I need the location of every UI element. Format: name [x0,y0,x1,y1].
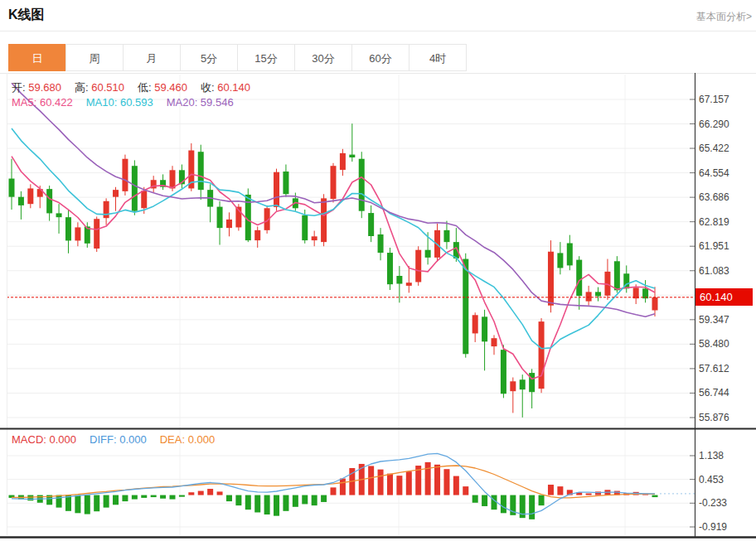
macd-axis-tick: 0.453 [699,474,724,485]
price-axis-tick: 55.876 [699,412,729,423]
tab-30min[interactable]: 30分 [294,44,352,71]
macd-axis-tick: 1.138 [699,450,724,461]
tab-4hour[interactable]: 4时 [409,44,467,71]
macd-axis-tick: -0.233 [699,497,727,509]
tab-60min[interactable]: 60分 [351,44,410,71]
tab-5min[interactable]: 5分 [180,44,238,71]
price-axis-tick: 62.819 [699,216,729,228]
price-axis-tick: 61.951 [699,240,729,252]
macd-axis-tick: -0.919 [699,521,727,533]
price-axis-tick: 63.686 [699,191,729,203]
price-axis-tick: 57.612 [699,363,729,374]
macd-legend: MACD: 0.000DIFF: 0.000DEA: 0.000 [12,433,228,446]
ma-legend: MA5: 60.422MA10: 60.593MA20: 59.546 [12,96,247,109]
tab-15min[interactable]: 15分 [237,44,295,71]
tab-month[interactable]: 月 [123,44,181,71]
tab-week[interactable]: 周 [65,44,124,71]
price-axis-tick: 66.290 [699,118,729,130]
title-divider [0,31,756,31]
page-title: K线图 [8,7,45,24]
timeframe-tabbar: 日周月5分15分30分60分4时 [8,44,467,71]
legend-item: DIFF: 0.000 [90,433,147,446]
price-axis-tick: 59.347 [699,314,729,326]
fundamental-analysis-link[interactable]: 基本面分析> [696,10,752,24]
price-axis-tick: 58.480 [699,338,729,350]
price-axis-tick: 67.157 [699,94,729,105]
price-axis-tick: 65.422 [699,142,729,154]
legend-item: MA10: 60.593 [86,96,153,109]
last-price-tag: 60.140 [695,288,753,306]
price-axis-tick: 64.554 [699,167,729,179]
legend-item: 收: 60.140 [201,81,250,94]
price-axis-tick: 61.083 [699,265,729,277]
legend-item: 开: 59.680 [12,81,61,94]
legend-item: MA20: 59.546 [167,96,234,109]
tab-day[interactable]: 日 [8,44,66,71]
legend-item: 高: 60.510 [75,81,124,94]
legend-item: 低: 59.460 [138,81,187,94]
ohlc-legend: 开: 59.680高: 60.510低: 59.460收: 60.140 [12,80,264,95]
legend-item: MA5: 60.422 [12,96,73,109]
legend-item: DEA: 0.000 [160,433,216,446]
price-axis-tick: 56.744 [699,387,729,399]
kline-app: K线图 基本面分析> 日周月5分15分30分60分4时 开: 59.680高: … [0,0,756,541]
legend-item: MACD: 0.000 [12,433,76,446]
